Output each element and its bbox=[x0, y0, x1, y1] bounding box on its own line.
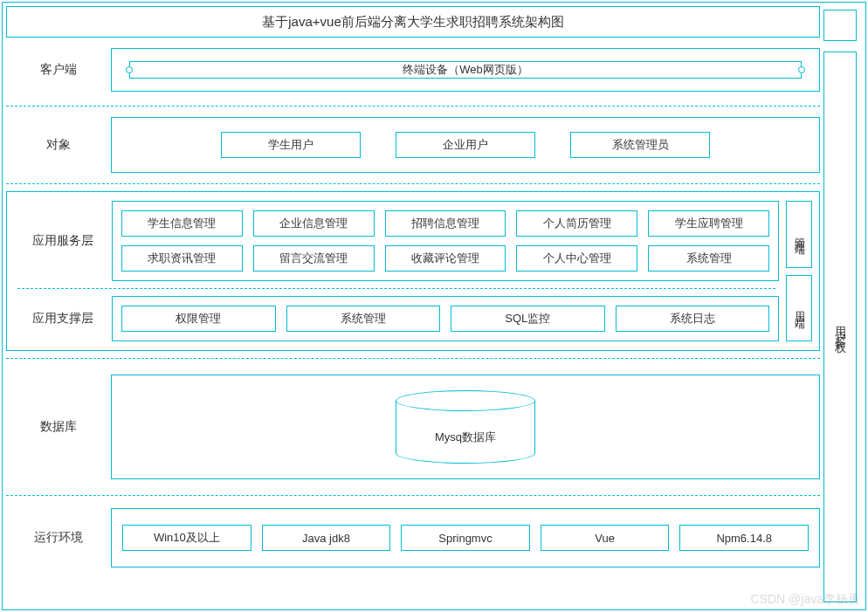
cylinder-top bbox=[396, 390, 535, 411]
object-admin: 系统管理员 bbox=[570, 132, 710, 158]
terminal-text: 终端设备（Web网页版） bbox=[403, 62, 528, 78]
sup-syslog: 系统日志 bbox=[616, 306, 770, 332]
tab-user: 用户端 bbox=[786, 275, 812, 342]
svc-profile: 个人中心管理 bbox=[516, 245, 637, 272]
env-layer: 运行环境 Win10及以上 Java jdk8 Springmvc Vue Np… bbox=[3, 503, 823, 573]
env-win10: Win10及以上 bbox=[122, 525, 251, 551]
support-label: 应用支撑层 bbox=[14, 311, 112, 327]
env-label: 运行环境 bbox=[6, 530, 111, 546]
sup-permission: 权限管理 bbox=[121, 306, 276, 332]
support-layer: 应用支撑层 权限管理 系统管理 SQL监控 系统日志 bbox=[14, 296, 779, 341]
env-vue: Vue bbox=[541, 525, 670, 551]
user-auth-box: 用户鉴权 bbox=[823, 52, 857, 602]
connector-dot-left bbox=[126, 66, 133, 73]
sup-system: 系统管理 bbox=[286, 306, 441, 332]
divider bbox=[6, 106, 820, 107]
svc-system: 系统管理 bbox=[648, 245, 769, 272]
divider bbox=[6, 358, 820, 359]
diagram-title: 基于java+vue前后端分离大学生求职招聘系统架构图 bbox=[6, 6, 820, 38]
service-support-group: 应用服务层 学生信息管理 企业信息管理 招聘信息管理 个人简历管理 学生应聘管理… bbox=[6, 191, 820, 351]
service-label: 应用服务层 bbox=[14, 233, 112, 249]
side-tabs: 管理端 用户端 bbox=[786, 201, 812, 341]
architecture-diagram: 基于java+vue前后端分离大学生求职招聘系统架构图 客户端 终端设备（Web… bbox=[2, 2, 866, 610]
objects-label: 对象 bbox=[6, 137, 111, 153]
svc-student-info: 学生信息管理 bbox=[121, 210, 243, 237]
object-student: 学生用户 bbox=[221, 132, 361, 158]
env-springmvc: Springmvc bbox=[401, 525, 530, 551]
db-label: 数据库 bbox=[6, 419, 111, 435]
connector-dot-right bbox=[798, 66, 805, 73]
service-support-left: 应用服务层 学生信息管理 企业信息管理 招聘信息管理 个人简历管理 学生应聘管理… bbox=[14, 201, 779, 341]
divider bbox=[17, 288, 775, 289]
svc-apply: 学生应聘管理 bbox=[648, 210, 769, 237]
database-layer: 数据库 Mysq数据库 bbox=[3, 366, 823, 488]
client-label: 客户端 bbox=[6, 62, 111, 78]
svc-recruit-info: 招聘信息管理 bbox=[385, 210, 506, 237]
svc-favcomment: 收藏评论管理 bbox=[385, 245, 506, 272]
main-column: 基于java+vue前后端分离大学生求职招聘系统架构图 客户端 终端设备（Web… bbox=[3, 3, 823, 609]
title-text: 基于java+vue前后端分离大学生求职招聘系统架构图 bbox=[262, 14, 563, 31]
tab-admin: 管理端 bbox=[786, 201, 812, 268]
env-npm: Npm6.14.8 bbox=[679, 525, 809, 551]
objects-layer: 对象 学生用户 企业用户 系统管理员 bbox=[3, 113, 823, 176]
svc-enterprise-info: 企业信息管理 bbox=[253, 210, 375, 237]
svc-jobnews: 求职资讯管理 bbox=[121, 245, 243, 272]
env-jdk8: Java jdk8 bbox=[262, 525, 391, 551]
db-name: Mysq数据库 bbox=[435, 430, 496, 445]
db-cylinder: Mysq数据库 bbox=[396, 390, 535, 464]
terminal-box: 终端设备（Web网页版） bbox=[129, 61, 802, 79]
svc-resume: 个人简历管理 bbox=[516, 210, 637, 237]
sup-sqlmonitor: SQL监控 bbox=[451, 306, 605, 332]
object-enterprise: 企业用户 bbox=[396, 132, 535, 158]
svc-message: 留言交流管理 bbox=[253, 245, 375, 272]
service-layer: 应用服务层 学生信息管理 企业信息管理 招聘信息管理 个人简历管理 学生应聘管理… bbox=[14, 201, 779, 281]
divider bbox=[6, 495, 820, 496]
layers: 客户端 终端设备（Web网页版） 对象 学生用户 企业用户 bbox=[3, 41, 823, 609]
auth-column: 用户鉴权 bbox=[823, 3, 865, 609]
client-layer: 客户端 终端设备（Web网页版） bbox=[3, 41, 823, 99]
auth-text: 用户鉴权 bbox=[832, 317, 848, 338]
divider bbox=[6, 183, 820, 184]
